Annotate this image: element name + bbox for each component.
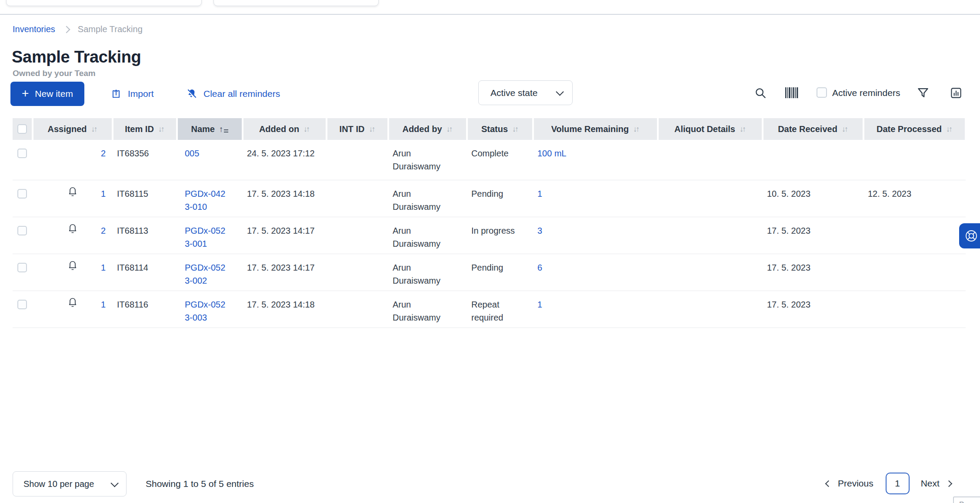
row-select-checkbox[interactable] <box>13 180 32 217</box>
clipped-top-panel-right <box>213 0 379 6</box>
item-id-cell: IT68115 <box>113 180 176 217</box>
assigned-cell: 1 <box>33 180 112 217</box>
added-on-cell: 17. 5. 2023 14:18 <box>243 180 326 217</box>
sort-icon: ↓↑ <box>946 125 953 134</box>
import-button[interactable]: Import <box>110 82 154 106</box>
breadcrumb: Inventories Sample Tracking <box>13 24 143 34</box>
table-row: 1IT68115PGDx-042 3-01017. 5. 2023 14:18A… <box>13 180 966 217</box>
assigned-count-link[interactable]: 1 <box>101 298 106 328</box>
item-id-cell: IT68114 <box>113 254 176 291</box>
new-item-button[interactable]: + New item <box>10 82 84 106</box>
clear-all-reminders-button[interactable]: Clear all reminders <box>186 82 280 106</box>
assigned-cell: 2 <box>33 140 112 180</box>
state-filter-dropdown[interactable]: Active state <box>478 80 573 105</box>
clipped-corner-badge: Powered <box>953 496 980 503</box>
sort-icon: ↓↑ <box>842 125 848 134</box>
reminder-bell-icon[interactable] <box>67 297 78 309</box>
page-subtitle: Owned by your Team <box>13 69 96 78</box>
pagination: Previous 1 Next <box>826 473 951 494</box>
date-processed-cell <box>864 254 965 291</box>
chevron-right-icon <box>63 26 70 33</box>
row-select-checkbox[interactable] <box>13 217 32 254</box>
added-on-cell: 17. 5. 2023 14:18 <box>243 291 326 328</box>
top-divider <box>0 14 980 15</box>
volume-remaining-cell: 1 <box>534 291 657 328</box>
filter-icon[interactable] <box>917 86 930 99</box>
life-ring-icon <box>964 229 978 243</box>
reminder-bell-icon[interactable] <box>67 223 78 235</box>
next-page-button[interactable]: Next <box>921 478 951 489</box>
date-processed-cell <box>864 140 965 180</box>
item-name-link[interactable]: 005 <box>185 149 199 158</box>
barcode-icon[interactable] <box>785 87 800 98</box>
column-header-aliquot-details[interactable]: Aliquot Details↓↑ <box>659 118 762 140</box>
table-row: 2IT68113PGDx-052 3-00117. 5. 2023 14:17A… <box>13 217 966 254</box>
breadcrumb-inventories-link[interactable]: Inventories <box>13 24 55 34</box>
help-floating-button[interactable] <box>959 223 980 248</box>
column-header-item-id[interactable]: Item ID↓↑ <box>113 118 176 140</box>
select-all-checkbox[interactable] <box>13 118 32 140</box>
column-header-status[interactable]: Status↓↑ <box>468 118 532 140</box>
sort-icon: ↓↑ <box>447 125 453 134</box>
reminder-bell-icon[interactable] <box>67 186 78 198</box>
toolbar-icon-cluster: Active reminders <box>752 86 970 102</box>
row-select-checkbox[interactable] <box>13 291 32 328</box>
sort-icon: ↓↑ <box>512 125 519 134</box>
item-name-cell: PGDx-052 3-003 <box>178 291 242 328</box>
import-icon <box>110 88 122 99</box>
volume-remaining-link[interactable]: 100 mL <box>537 149 567 158</box>
date-processed-cell <box>864 217 965 254</box>
volume-remaining-cell: 100 mL <box>534 140 657 180</box>
added-by-cell: Arun Duraiswamy <box>389 254 466 291</box>
column-header-date-received[interactable]: Date Received↓↑ <box>763 118 863 140</box>
item-name-link[interactable]: PGDx-052 3-003 <box>185 300 225 322</box>
date-received-cell: 17. 5. 2023 <box>763 254 863 291</box>
volume-remaining-link[interactable]: 1 <box>537 300 542 309</box>
column-header-added-by[interactable]: Added by↓↑ <box>389 118 466 140</box>
item-name-link[interactable]: PGDx-052 3-002 <box>185 263 225 285</box>
sort-asc-icon: ↑ <box>219 125 229 133</box>
date-processed-cell: 12. 5. 2023 <box>864 180 965 217</box>
item-name-cell: 005 <box>178 140 242 180</box>
item-name-cell: PGDx-052 3-001 <box>178 217 242 254</box>
column-header-added-on[interactable]: Added on↓↑ <box>243 118 326 140</box>
item-name-link[interactable]: PGDx-052 3-001 <box>185 226 225 248</box>
column-header-volume-remaining[interactable]: Volume Remaining↓↑ <box>534 118 657 140</box>
reminder-bell-icon[interactable] <box>67 260 78 272</box>
volume-remaining-link[interactable]: 3 <box>537 226 542 235</box>
chart-icon[interactable] <box>950 86 963 99</box>
status-cell: Complete <box>468 140 532 180</box>
date-received-cell: 17. 5. 2023 <box>763 217 863 254</box>
sample-tracking-page: Inventories Sample Tracking Sample Track… <box>0 0 980 503</box>
table-header-row: Assigned↓↑Item ID↓↑Name↑Added on↓↑INT ID… <box>13 118 965 140</box>
active-reminders-label[interactable]: Active reminders <box>832 88 900 98</box>
page-size-dropdown[interactable]: Show 10 per page <box>13 471 127 496</box>
date-received-cell <box>763 140 863 180</box>
page-number-button[interactable]: 1 <box>886 473 910 494</box>
row-select-checkbox[interactable] <box>13 140 32 180</box>
previous-page-button[interactable]: Previous <box>826 478 873 489</box>
added-on-cell: 24. 5. 2023 17:12 <box>243 140 326 180</box>
assigned-count-link[interactable]: 2 <box>101 224 106 254</box>
assigned-count-link[interactable]: 1 <box>101 187 106 217</box>
search-icon[interactable] <box>754 86 767 99</box>
aliquot-details-cell <box>659 140 762 180</box>
added-on-cell: 17. 5. 2023 14:17 <box>243 217 326 254</box>
column-header-name[interactable]: Name↑ <box>178 118 242 140</box>
column-header-int-id[interactable]: INT ID↓↑ <box>327 118 387 140</box>
added-by-cell: Arun Duraiswamy <box>389 180 466 217</box>
volume-remaining-link[interactable]: 6 <box>537 263 542 272</box>
active-reminders-checkbox[interactable] <box>817 87 827 99</box>
assigned-count-link[interactable]: 1 <box>101 261 106 291</box>
item-name-link[interactable]: PGDx-042 3-010 <box>185 189 225 212</box>
row-select-checkbox[interactable] <box>13 254 32 291</box>
column-header-date-processed[interactable]: Date Processed↓↑ <box>864 118 965 140</box>
assigned-count-link[interactable]: 2 <box>101 147 106 180</box>
page-title: Sample Tracking <box>12 48 141 66</box>
table-body: 2IT6835600524. 5. 2023 17:12Arun Duraisw… <box>13 140 966 328</box>
column-header-assigned[interactable]: Assigned↓↑ <box>33 118 112 140</box>
int-id-cell <box>327 254 387 291</box>
volume-remaining-link[interactable]: 1 <box>537 189 542 199</box>
item-id-cell: IT68356 <box>113 140 176 180</box>
clipped-top-panel-left <box>6 0 202 6</box>
